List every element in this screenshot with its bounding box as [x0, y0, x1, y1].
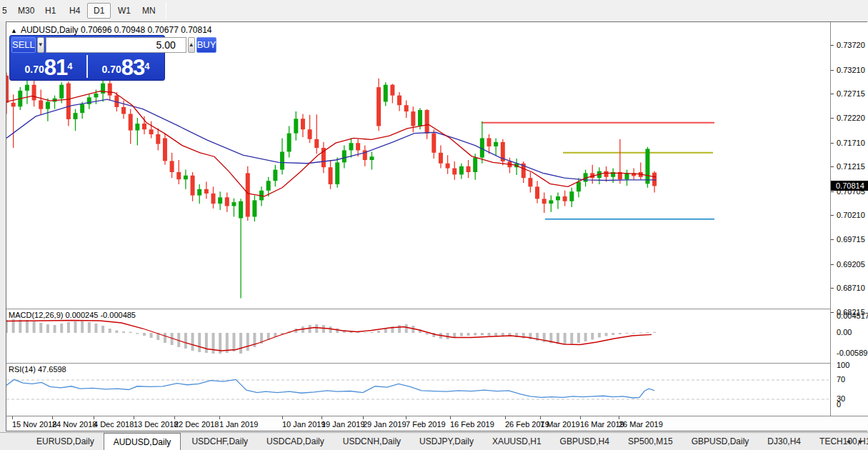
- macd-histogram-bar: [653, 332, 656, 333]
- candle-body: [384, 85, 388, 102]
- tab-usdcnh-daily[interactable]: USDCNH,Daily: [334, 433, 410, 450]
- price-axis-label: 0.68710: [837, 284, 865, 292]
- macd-histogram-bar: [598, 333, 601, 338]
- macd-histogram-bar: [115, 331, 118, 334]
- sell-price-display[interactable]: 0.70814: [11, 54, 86, 79]
- price-axis-label: 0.71710: [837, 139, 865, 147]
- timeframe-button-w1[interactable]: W1: [111, 3, 137, 19]
- macd-histogram-bar: [564, 333, 567, 344]
- date-axis-label: 24 Nov 2018: [52, 420, 96, 429]
- tab-scroll-left-icon[interactable]: ◄: [845, 438, 852, 445]
- macd-histogram-bar: [467, 333, 470, 336]
- candle-body: [308, 129, 312, 139]
- candle-body: [556, 196, 560, 200]
- macd-histogram-bar: [377, 331, 380, 333]
- candle-body: [411, 111, 415, 126]
- date-axis-label: 16 Feb 2019: [450, 420, 494, 429]
- tab-gbpusd-h4[interactable]: GBPUSD,H4: [551, 433, 619, 450]
- candle-body: [184, 176, 188, 179]
- volume-decrease-button[interactable]: ▼: [37, 37, 44, 53]
- date-axis[interactable]: 15 Nov 201824 Nov 20184 Dec 201813 Dec 2…: [6, 416, 868, 431]
- candle-body: [329, 167, 333, 184]
- macd-histogram-bar: [315, 324, 318, 333]
- tab-gbpusd-daily[interactable]: GBPUSD,Daily: [682, 433, 759, 450]
- macd-histogram-bar: [322, 325, 325, 333]
- price-axis-tick: [831, 215, 834, 216]
- macd-histogram-bar: [74, 321, 77, 333]
- candle-body: [252, 200, 256, 216]
- date-axis-label: 22 Dec 2018: [174, 420, 219, 429]
- candle-body: [528, 178, 532, 186]
- candle-body: [266, 181, 271, 191]
- macd-signal-line: [6, 321, 652, 351]
- macd-histogram-bar: [46, 324, 49, 333]
- sell-price-frac: 0.70: [25, 60, 44, 79]
- price-axis[interactable]: 0.70814 0.737200.732100.727150.722200.71…: [830, 22, 868, 416]
- chart-tab-bar: EURUSD,DailyAUDUSD,DailyUSDCHF,DailyUSDC…: [0, 432, 868, 450]
- candle-body: [11, 103, 16, 106]
- tab-audusd-daily[interactable]: AUDUSD,Daily: [104, 433, 181, 450]
- rsi-axis-label: 0: [837, 400, 841, 409]
- price-axis-label: 0.70210: [837, 211, 865, 219]
- sell-button[interactable]: SELL: [11, 37, 36, 53]
- macd-indicator-pane[interactable]: MACD(12,26,9) 0.000245 -0.000485: [6, 310, 830, 363]
- macd-histogram-bar: [570, 333, 573, 344]
- tab-usdjpy-daily[interactable]: USDJPY,Daily: [410, 433, 483, 450]
- macd-histogram-bar: [639, 333, 642, 334]
- rsi-line: [6, 379, 654, 398]
- rsi-axis-label: 70: [837, 375, 845, 384]
- tab-eurusd-daily[interactable]: EURUSD,Daily: [27, 433, 104, 450]
- buy-button[interactable]: BUY: [196, 37, 217, 53]
- candle-body: [176, 172, 181, 179]
- candle-body: [604, 171, 609, 177]
- candle-body: [645, 149, 649, 184]
- candle-body: [225, 197, 229, 206]
- price-axis-tick: [831, 239, 834, 240]
- timeframe-button-h1[interactable]: H1: [39, 3, 62, 19]
- macd-histogram-bar: [488, 333, 491, 336]
- candle-body: [349, 143, 354, 150]
- candle-body: [356, 143, 360, 150]
- candle-body: [376, 87, 381, 126]
- macd-histogram-bar: [26, 320, 29, 333]
- price-axis-tick: [831, 45, 834, 46]
- candle-body: [129, 114, 133, 130]
- macd-histogram-bar: [612, 333, 614, 335]
- timeframe-button-mn[interactable]: MN: [136, 3, 162, 19]
- date-axis-tick: [450, 416, 451, 419]
- macd-histogram-bar: [605, 333, 608, 336]
- candle-body: [6, 76, 9, 103]
- timeframe-button-d1[interactable]: D1: [87, 3, 111, 19]
- date-axis-tick: [282, 416, 283, 419]
- macd-histogram-bar: [88, 322, 91, 333]
- timeframe-button-h4[interactable]: H4: [63, 3, 86, 19]
- macd-histogram-bar: [646, 332, 649, 333]
- tab-dj30-h4[interactable]: DJ30,H4: [758, 433, 810, 450]
- volume-increase-button[interactable]: ▲: [188, 37, 195, 53]
- date-axis-label: 7 Feb 2019: [406, 420, 446, 429]
- toolbar-separator: [166, 2, 166, 19]
- timeframe-button-m30[interactable]: M30: [11, 3, 41, 19]
- collapse-panel-icon[interactable]: ▲: [11, 27, 17, 34]
- buy-price-display[interactable]: 0.70834: [89, 54, 163, 79]
- price-chart-pane[interactable]: ▲AUDUSD,Daily 0.70696 0.70948 0.70677 0.…: [6, 22, 830, 309]
- tab-sp500-m15[interactable]: SP500,M15: [619, 433, 682, 450]
- macd-histogram-bar: [212, 333, 215, 354]
- candle-body: [163, 138, 167, 161]
- date-axis-label: 29 Jan 2019: [363, 420, 406, 429]
- tab-usdchf-daily[interactable]: USDCHF,Daily: [182, 433, 257, 450]
- candle-body: [535, 186, 539, 199]
- tab-scroll-right-icon[interactable]: ►: [857, 438, 864, 445]
- macd-histogram-bar: [584, 333, 587, 341]
- candle-body: [39, 100, 43, 109]
- rsi-indicator-pane[interactable]: RSI(14) 47.6598: [6, 364, 830, 416]
- date-axis-label: 19 Jan 2019: [321, 420, 365, 429]
- date-axis-tick: [52, 416, 53, 419]
- date-axis-tick: [505, 416, 506, 419]
- tab-xauusd-h1[interactable]: XAUUSD,H1: [483, 433, 551, 450]
- tab-usdcad-daily[interactable]: USDCAD,Daily: [257, 433, 334, 450]
- macd-histogram-bar: [632, 333, 635, 334]
- macd-histogram-bar: [577, 333, 580, 343]
- sell-price-sup: 4: [67, 54, 72, 79]
- volume-input[interactable]: [46, 37, 186, 53]
